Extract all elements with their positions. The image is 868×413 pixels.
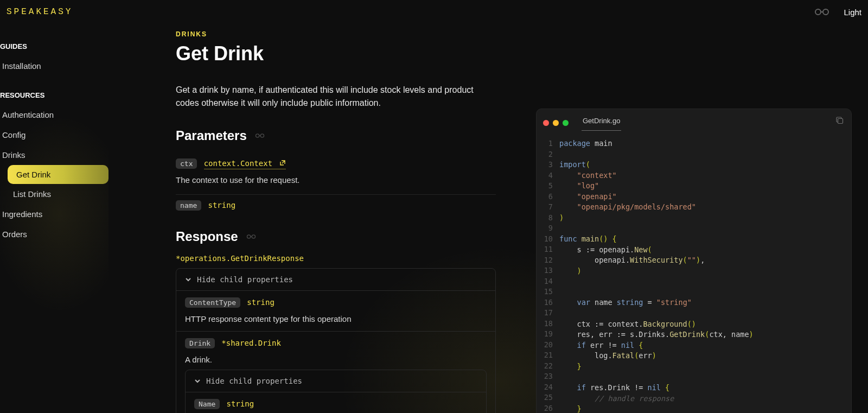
link-icon (246, 233, 257, 240)
toggle-child-properties[interactable]: Hide child properties (176, 269, 495, 291)
field-desc: A drink. (185, 355, 487, 364)
param-type-link[interactable]: context.Context (204, 159, 286, 169)
response-heading: Response (176, 229, 496, 244)
param-desc: The context to use for the request. (176, 175, 496, 185)
param-name-chip: ctx (176, 158, 197, 169)
field-drink: Drink *shared.Drink A drink. Hide child … (176, 332, 495, 413)
language-go-icon[interactable] (813, 8, 831, 16)
sidebar-item-authentication[interactable]: Authentication (0, 105, 108, 125)
sidebar-item-config[interactable]: Config (0, 125, 108, 145)
sidebar-header-guides: GUIDES (0, 37, 108, 56)
sidebar-item-orders[interactable]: Orders (0, 224, 108, 244)
code-gutter: 1234567891011121314151617181920212223242… (537, 138, 559, 413)
page-title: Get Drink (176, 42, 496, 65)
svg-point-2 (256, 134, 259, 137)
eyebrow: DRINKS (176, 30, 496, 38)
sidebar-item-drinks[interactable]: Drinks (0, 145, 108, 165)
chevron-down-icon (194, 378, 201, 384)
field-type: string (247, 298, 275, 307)
theme-toggle[interactable]: Light (844, 8, 861, 17)
param-name: name string (176, 195, 496, 211)
sidebar-item-get-drink[interactable]: Get Drink (8, 165, 108, 184)
field-contenttype: ContentType string HTTP response content… (176, 291, 495, 332)
parameters-heading: Parameters (176, 128, 496, 143)
svg-point-5 (252, 235, 255, 238)
field-name-chip: ContentType (185, 297, 240, 308)
svg-rect-7 (838, 119, 843, 124)
svg-point-4 (247, 235, 250, 238)
param-ctx: ctx context.Context The context to use f… (176, 153, 496, 195)
code-window: GetDrink.go 1234567891011121314151617181… (536, 109, 852, 413)
link-icon (254, 132, 265, 139)
field-type: string (226, 399, 254, 408)
response-panel: Hide child properties ContentType string… (176, 268, 496, 413)
field-type: *shared.Drink (221, 339, 281, 347)
field-drink-name: Name string The name of the drink. Examp… (186, 392, 486, 413)
code-text: package main import( "context" "log" "op… (559, 138, 754, 413)
sidebar-item-installation[interactable]: Installation (0, 56, 108, 76)
svg-point-0 (815, 9, 821, 15)
traffic-light-min-icon (553, 120, 559, 126)
external-link-icon (279, 160, 286, 166)
svg-point-1 (823, 9, 828, 15)
copy-button[interactable] (834, 115, 845, 125)
sidebar-header-resources: RESOURCES (0, 86, 108, 105)
svg-point-3 (260, 134, 264, 137)
param-name-chip: name (176, 200, 201, 211)
code-body: 1234567891011121314151617181920212223242… (537, 131, 851, 413)
field-name-chip: Drink (185, 338, 215, 348)
toggle-child-properties[interactable]: Hide child properties (186, 370, 486, 392)
code-window-header: GetDrink.go (537, 109, 851, 131)
sidebar-item-ingredients[interactable]: Ingredients (0, 204, 108, 224)
param-type: string (208, 201, 235, 209)
field-drink-children-panel: Hide child properties Name string The na… (185, 370, 487, 413)
code-tab[interactable]: GetDrink.go (582, 115, 621, 131)
main-content: DRINKS Get Drink Get a drink by name, if… (108, 24, 868, 413)
brand-logo[interactable]: SPEAKEASY (7, 7, 73, 17)
traffic-light-close-icon (543, 120, 549, 126)
chevron-down-icon (185, 276, 192, 283)
response-type: *operations.GetDrinkResponse (176, 254, 496, 263)
sidebar: GUIDES Installation RESOURCES Authentica… (0, 24, 108, 413)
field-name-chip: Name (194, 399, 220, 409)
field-desc: HTTP response content type for this oper… (185, 314, 487, 323)
traffic-light-max-icon (563, 120, 569, 126)
page-lede: Get a drink by name, if authenticated th… (176, 84, 496, 110)
sidebar-item-list-drinks[interactable]: List Drinks (0, 184, 108, 204)
